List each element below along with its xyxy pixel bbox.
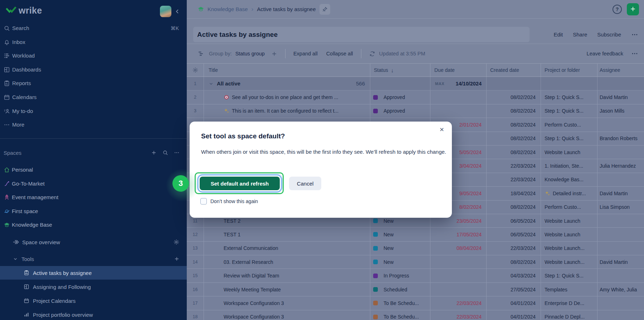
column-header-title[interactable]: Title — [204, 64, 370, 77]
table-group-row[interactable]: 1 All active 566 MAX 14/10/2024 — [187, 77, 644, 90]
created-date-cell[interactable]: 08/02/2024 — [487, 118, 541, 131]
status-cell[interactable]: In Progress — [370, 269, 430, 282]
cancel-button[interactable]: Cancel — [289, 177, 321, 190]
column-header-project-or-folder[interactable]: Project or folder — [541, 64, 597, 77]
created-date-cell[interactable]: 04/01/2024 — [487, 310, 541, 320]
sidebar-item-dashboards[interactable]: Dashboards — [0, 63, 187, 77]
collapse-all-button[interactable]: Collapse all — [326, 51, 353, 56]
project-cell[interactable]: Enterprise D De... — [541, 296, 597, 310]
task-title-cell[interactable]: See all your to-dos in one place and get… — [204, 90, 370, 104]
created-date-cell[interactable]: 04/01/2024 — [487, 296, 541, 310]
sidebar-item-search[interactable]: Search⌘K — [0, 21, 187, 35]
sidebar-item-assigning-and-following[interactable]: Assigning and Following — [0, 280, 187, 294]
table-row[interactable]: 13External CommunicationNew08/04/202422/… — [187, 242, 644, 255]
dont-show-again-checkbox[interactable] — [200, 198, 207, 205]
gear-icon[interactable] — [173, 239, 180, 245]
sidebar-item-workload[interactable]: Workload — [0, 49, 187, 63]
assignee-cell[interactable]: David Martin — [597, 255, 644, 269]
created-date-cell[interactable]: 08/02/2024 — [487, 90, 541, 104]
created-date-cell[interactable]: 06/05/2024 — [487, 228, 541, 241]
task-title-cell[interactable]: External Communication — [204, 242, 370, 255]
assignee-cell[interactable]: Julia Hernandez — [597, 159, 644, 172]
sidebar-item-space-overview[interactable]: Space overview — [0, 235, 187, 249]
sidebar-item-more[interactable]: More — [0, 118, 187, 132]
sidebar-space-personal[interactable]: Personal — [0, 163, 187, 177]
due-date-cell[interactable]: 17/05/2024 — [430, 228, 487, 241]
sidebar-item-project-calendars[interactable]: Project Calendars — [0, 294, 187, 307]
created-date-cell[interactable]: 27/05/2024 — [487, 283, 541, 296]
subscribe-button[interactable]: Subscribe — [597, 31, 621, 38]
assignee-cell[interactable]: Brandon Roberts — [597, 132, 644, 145]
sidebar-space-knowledge-base[interactable]: Knowledge Base — [0, 218, 187, 232]
group-title-cell[interactable]: All active 566 — [204, 77, 370, 90]
group-by-value[interactable]: Status group — [235, 51, 265, 56]
due-date-cell[interactable]: 22/03/2024 — [430, 310, 487, 320]
table-row[interactable]: 2See all your to-dos in one place and ge… — [187, 90, 644, 104]
sidebar-item-active-tasks-by-assignee[interactable]: Active tasks by assignee — [0, 266, 187, 280]
task-title-cell[interactable]: 03. External Research — [204, 255, 370, 269]
created-date-cell[interactable]: 08/02/2024 — [487, 201, 541, 214]
project-cell[interactable]: Knowledge Bas... — [541, 173, 597, 186]
refresh-icon[interactable] — [369, 51, 375, 57]
created-date-cell[interactable]: 18/04/2024 — [487, 187, 541, 200]
toolbar-more-icon[interactable] — [631, 50, 638, 57]
project-cell[interactable]: Website Launch — [541, 146, 597, 159]
table-row[interactable]: 15Review with Digital TeamIn Progress04/… — [187, 269, 644, 282]
column-header-assignee[interactable]: Assignee — [597, 64, 644, 77]
status-cell[interactable]: Scheduled — [370, 283, 430, 296]
status-cell[interactable]: To Be Schedu... — [370, 310, 430, 320]
column-header-status[interactable]: Status↓ — [370, 64, 430, 77]
sidebar-item-calendars[interactable]: Calendars — [0, 90, 187, 104]
status-cell[interactable]: To Be Schedu... — [370, 296, 430, 310]
project-cell[interactable]: Website Launch... — [541, 255, 597, 269]
due-date-cell[interactable]: 08/04/2024 — [430, 242, 487, 255]
created-date-cell[interactable]: 08/02/2024 — [487, 146, 541, 159]
sidebar-space-go-to-market[interactable]: Go-To-Market — [0, 177, 187, 191]
project-cell[interactable]: Step 1: Quick S... — [541, 90, 597, 104]
project-cell[interactable]: Step 1: Quick S... — [541, 132, 597, 145]
created-date-cell[interactable]: 22/03/2024 — [487, 159, 541, 172]
create-button[interactable]: + — [627, 3, 639, 15]
project-cell[interactable]: Pinnacle D Depl... — [541, 310, 597, 320]
task-title-cell[interactable]: Workspace Configuration 3 — [204, 296, 370, 310]
table-row[interactable]: 12TEST 1New17/05/202406/05/2024Website L… — [187, 228, 644, 241]
sidebar-space-event-management[interactable]: Event management — [0, 190, 187, 204]
assignee-cell[interactable]: Jason Mills — [597, 104, 644, 118]
project-cell[interactable]: Detailed instr... — [541, 187, 597, 200]
project-cell[interactable]: Step 1: Quick S... — [541, 269, 597, 282]
project-cell[interactable]: Templates — [541, 283, 597, 296]
spaces-menu-icon[interactable] — [174, 150, 180, 156]
task-title-cell[interactable]: Weekly Meeting Template — [204, 283, 370, 296]
sidebar-item-inbox[interactable]: Inbox — [0, 35, 187, 49]
column-header-due-date[interactable]: Due date — [430, 64, 487, 77]
page-title-input[interactable]: Active tasks by assignee — [193, 27, 530, 42]
help-button[interactable]: ? — [613, 5, 622, 14]
status-cell[interactable]: Approved — [370, 104, 430, 118]
project-cell[interactable]: 1. Initiation, Ste... — [541, 159, 597, 172]
status-cell[interactable]: New — [370, 255, 430, 269]
project-cell[interactable]: Perform Custo... — [541, 201, 597, 214]
status-cell[interactable]: Approved — [370, 90, 430, 104]
project-cell[interactable]: Website Launch... — [541, 242, 597, 255]
user-avatar[interactable] — [160, 6, 171, 17]
created-date-cell[interactable]: 08/02/2024 — [487, 255, 541, 269]
edit-button[interactable]: Edit — [553, 31, 563, 38]
pin-button[interactable] — [319, 4, 330, 15]
created-date-cell[interactable]: 22/03/2024 — [487, 173, 541, 186]
project-cell[interactable]: Step 1: Quick S... — [541, 104, 597, 118]
assignee-cell[interactable]: David Martin — [597, 187, 644, 200]
project-cell[interactable]: Website Launch — [541, 214, 597, 227]
table-row[interactable]: 18Workspace Configuration 3To Be Schedu.… — [187, 310, 644, 320]
assignee-cell[interactable]: Amy White, Julia — [597, 283, 644, 296]
created-date-cell[interactable]: 06/05/2024 — [487, 214, 541, 227]
share-button[interactable]: Share — [573, 31, 587, 38]
leave-feedback-button[interactable]: Leave feedback — [587, 51, 623, 56]
created-date-cell[interactable]: 04/03/2024 — [487, 269, 541, 282]
table-row[interactable]: 1403. External ResearchNew08/02/2024Webs… — [187, 255, 644, 269]
collapse-sidebar-icon[interactable] — [174, 8, 181, 15]
status-cell[interactable]: New — [370, 228, 430, 241]
more-menu-icon[interactable] — [631, 31, 638, 38]
project-cell[interactable]: Perform Custo... — [541, 118, 597, 131]
task-title-cell[interactable]: Review with Digital Team — [204, 269, 370, 282]
table-settings-cell[interactable] — [187, 64, 204, 77]
